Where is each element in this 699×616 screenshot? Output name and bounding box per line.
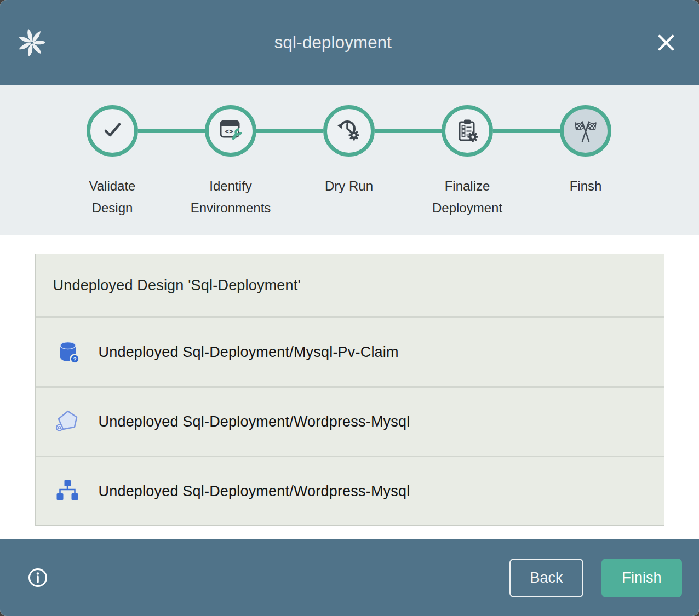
results-header: Undeployed Design 'Sql-Deployment' (36, 254, 664, 316)
step-identify-environments: <> Identify Environments (171, 85, 290, 235)
step-circle: <> (205, 105, 256, 157)
code-window-wrench-icon: <> (218, 117, 243, 145)
step-circle-active (560, 105, 611, 157)
step-label: Finalize Deployment (426, 175, 508, 219)
step-circle (87, 105, 138, 157)
svg-text:?: ? (73, 356, 76, 362)
step-circle (323, 105, 375, 157)
result-row-wordpress-mysql-topology: Undeployed Sql-Deployment/Wordpress-Mysq… (36, 456, 664, 525)
results-area: Undeployed Design 'Sql-Deployment' ? Und… (0, 235, 699, 539)
close-icon[interactable] (656, 33, 676, 53)
database-icon: ? (55, 339, 81, 365)
result-text: Undeployed Sql-Deployment/Wordpress-Mysq… (99, 483, 410, 500)
back-button[interactable]: Back (509, 559, 583, 597)
result-text: Undeployed Sql-Deployment/Mysql-Pv-Claim (99, 344, 399, 361)
result-row-wordpress-mysql-pod: Undeployed Sql-Deployment/Wordpress-Mysq… (36, 386, 664, 456)
checkered-flags-icon (573, 117, 598, 145)
step-connector (138, 129, 205, 133)
step-dry-run: Dry Run (290, 85, 408, 235)
topology-icon (55, 479, 81, 504)
svg-text:<>: <> (225, 127, 233, 135)
step-finalize-deployment: Finalize Deployment (408, 85, 526, 235)
wizard-stepper: Validate Design <> Identify Environments (0, 85, 699, 235)
dialog-header: sql-deployment (0, 0, 699, 85)
check-icon (100, 117, 125, 145)
step-circle (442, 105, 493, 157)
step-label: Identify Environments (190, 175, 272, 219)
info-icon[interactable] (27, 567, 48, 588)
history-gear-icon (336, 117, 362, 145)
step-label: Validate Design (71, 175, 153, 219)
pod-icon (55, 409, 81, 434)
clipboard-gear-icon (455, 117, 480, 145)
deployment-wizard-dialog: sql-deployment Validate Design (0, 0, 699, 616)
result-row-mysql-pv-claim: ? Undeployed Sql-Deployment/Mysql-Pv-Cla… (36, 316, 664, 386)
step-connector (375, 129, 442, 133)
step-label: Finsh (545, 175, 627, 197)
deployment-results-panel: Undeployed Design 'Sql-Deployment' ? Und… (35, 254, 664, 526)
step-connector (256, 129, 323, 133)
step-finish: Finsh (526, 85, 645, 235)
step-validate-design: Validate Design (53, 85, 171, 235)
dialog-title: sql-deployment (0, 33, 666, 53)
result-text: Undeployed Sql-Deployment/Wordpress-Mysq… (99, 413, 410, 430)
finish-button[interactable]: Finish (601, 559, 682, 597)
dialog-footer: Back Finish (0, 539, 699, 616)
step-label: Dry Run (308, 175, 390, 197)
step-connector (493, 129, 560, 133)
